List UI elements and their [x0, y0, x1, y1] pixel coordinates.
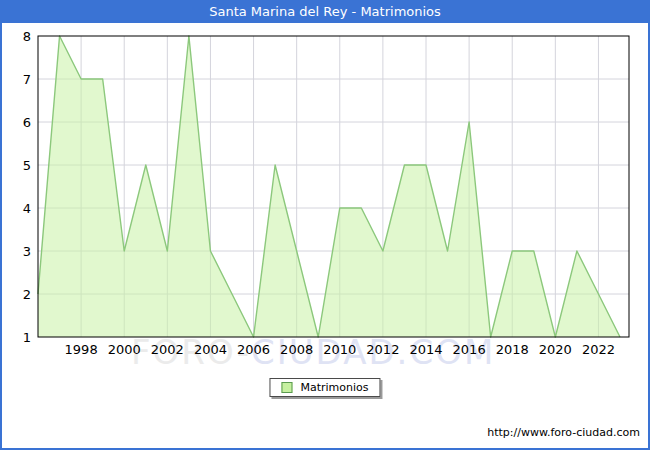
x-axis-tick-label: 2010: [323, 342, 356, 357]
x-axis-tick-label: 2002: [151, 342, 184, 357]
x-axis-tick-label: 2014: [409, 342, 442, 357]
page-title: Santa Marina del Rey - Matrimonios: [0, 0, 650, 23]
x-axis-tick-label: 2016: [453, 342, 486, 357]
chart-window: Santa Marina del Rey - Matrimonios FORO-…: [0, 0, 650, 450]
x-axis-tick-label: 2008: [280, 342, 313, 357]
y-axis-tick-label: 6: [23, 115, 31, 130]
x-axis-tick-label: 2018: [496, 342, 529, 357]
x-axis-tick-label: 1998: [65, 342, 98, 357]
x-axis-tick-label: 2022: [582, 342, 615, 357]
x-axis-tick-label: 2012: [366, 342, 399, 357]
y-axis-tick-label: 3: [23, 244, 31, 259]
y-axis-tick-label: 2: [23, 287, 31, 302]
chart-area-series: [38, 36, 620, 337]
x-axis-tick-label: 2004: [194, 342, 227, 357]
x-axis-tick-label: 2006: [237, 342, 270, 357]
legend-box: Matrimonios: [269, 378, 380, 397]
footer-url-link[interactable]: http://www.foro-ciudad.com: [487, 426, 640, 439]
y-axis-tick-label: 5: [23, 158, 31, 173]
y-axis-tick-label: 1: [23, 330, 31, 345]
y-axis-tick-label: 4: [23, 201, 31, 216]
x-axis-tick-label: 2020: [539, 342, 572, 357]
x-axis-tick-label: 2000: [108, 342, 141, 357]
legend-swatch-icon: [281, 382, 292, 393]
legend-label: Matrimonios: [300, 381, 368, 394]
y-axis-tick-label: 8: [23, 29, 31, 44]
area-fill: [38, 36, 620, 337]
y-axis-tick-label: 7: [23, 72, 31, 87]
